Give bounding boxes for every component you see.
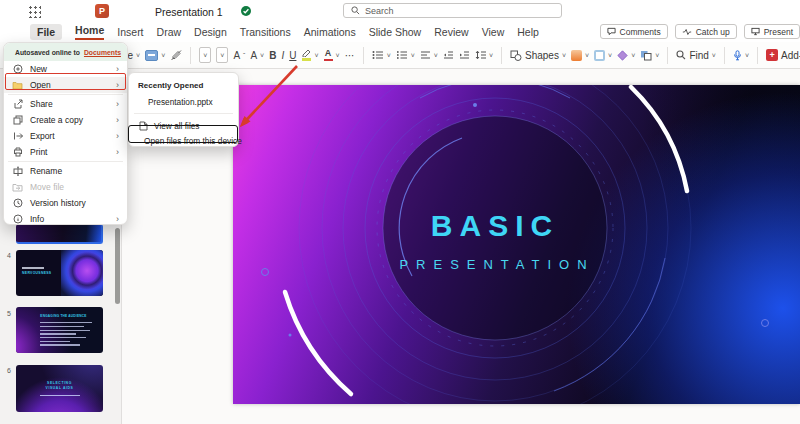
- tab-draw[interactable]: Draw: [157, 26, 182, 38]
- ribbon-divider: [190, 47, 191, 64]
- slide-6-thumbnail[interactable]: SELECTING VISUAL AIDS: [16, 365, 103, 412]
- find-button[interactable]: Find ˅: [676, 50, 716, 61]
- open-folder-icon: [12, 81, 23, 90]
- align-text-icon: [420, 50, 431, 60]
- bold-button[interactable]: B: [269, 50, 276, 61]
- document-title[interactable]: Presentation 1: [155, 6, 223, 18]
- tab-insert[interactable]: Insert: [117, 26, 143, 38]
- tab-file[interactable]: File: [30, 24, 62, 40]
- submenu-arrow-icon: ›: [116, 147, 119, 157]
- shape-fill-button[interactable]: ˅: [571, 50, 589, 61]
- highlight-button[interactable]: ˅: [301, 49, 318, 61]
- present-screen-icon: [751, 27, 760, 36]
- format-painter-button[interactable]: [170, 49, 182, 61]
- more-font-options-button[interactable]: ⋯: [345, 50, 355, 61]
- export-icon: [12, 131, 23, 141]
- view-all-files-item[interactable]: View all files: [129, 118, 238, 133]
- thumbnail-title: ENGAGING THE AUDIENCE: [40, 314, 86, 318]
- tab-slide-show[interactable]: Slide Show: [369, 26, 422, 38]
- increase-indent-icon: [459, 50, 470, 60]
- submenu-arrow-icon: ›: [116, 214, 119, 224]
- underline-button[interactable]: U: [289, 50, 296, 61]
- slide-subtitle-text[interactable]: PRESENTATION: [399, 257, 594, 272]
- numbering-button[interactable]: ˅: [396, 50, 415, 60]
- add-ins-button[interactable]: + Add-ins: [766, 49, 800, 61]
- new-icon: [12, 64, 23, 74]
- font-name-combobox[interactable]: ˅: [199, 47, 211, 63]
- bullets-button[interactable]: ˅: [372, 50, 391, 60]
- tab-animations[interactable]: Animations: [304, 26, 356, 38]
- catch-up-label: Catch up: [696, 27, 730, 37]
- ribbon-divider: [667, 47, 668, 64]
- slide-3-thumbnail-partial[interactable]: [16, 224, 103, 244]
- slide-5-thumbnail[interactable]: ENGAGING THE AUDIENCE: [16, 307, 103, 353]
- comments-button[interactable]: Comments: [600, 24, 668, 39]
- shape-outline-button[interactable]: ˅: [594, 50, 612, 61]
- file-menu-item-open[interactable]: Open ›: [4, 77, 127, 93]
- file-menu-item-export[interactable]: Export ›: [4, 128, 127, 144]
- file-menu-item-print[interactable]: Print ›: [4, 144, 127, 160]
- add-ins-label: Add-ins: [781, 50, 800, 61]
- recent-file-item[interactable]: Presentation.pptx: [129, 94, 238, 109]
- tab-home[interactable]: Home: [75, 24, 104, 40]
- align-button[interactable]: ˅: [420, 50, 438, 60]
- thumbnail-scrollbar[interactable]: [115, 228, 120, 304]
- font-size-combobox[interactable]: ˅: [216, 47, 228, 63]
- ribbon-divider: [501, 47, 502, 64]
- font-color-button[interactable]: A ˅: [324, 49, 340, 62]
- tab-design[interactable]: Design: [194, 26, 227, 38]
- catch-up-button[interactable]: Catch up: [675, 24, 737, 39]
- line-spacing-icon: [475, 50, 486, 60]
- tab-transitions[interactable]: Transitions: [240, 26, 291, 38]
- app-launcher-waffle-icon[interactable]: [28, 5, 41, 18]
- highlight-icon: [301, 49, 311, 61]
- shrink-font-button[interactable]: A˅: [250, 50, 264, 61]
- thumbnail-kicker-line: [22, 267, 44, 269]
- line-spacing-button[interactable]: ˅: [475, 50, 493, 60]
- thumbnail-title: NERVOUSNESS: [22, 271, 51, 275]
- shapes-button[interactable]: Shapes ˅: [510, 50, 566, 61]
- find-label: Find: [689, 50, 708, 61]
- grow-font-button[interactable]: Aˆ: [233, 50, 245, 61]
- search-input[interactable]: Search: [343, 3, 562, 18]
- autosave-documents-link[interactable]: Documents: [84, 49, 121, 56]
- submenu-arrow-icon: ›: [116, 80, 119, 90]
- file-menu-item-info[interactable]: Info ›: [4, 211, 127, 227]
- submenu-arrow-icon: ›: [116, 99, 119, 109]
- italic-icon: I: [281, 50, 284, 61]
- present-button[interactable]: Present: [744, 24, 800, 39]
- arrange-icon: [640, 50, 652, 61]
- current-slide[interactable]: BASIC PRESENTATION: [233, 85, 800, 404]
- catch-up-pulse-icon: [682, 28, 692, 36]
- shape-effects-button[interactable]: ˅: [617, 50, 635, 61]
- tab-review[interactable]: Review: [434, 26, 468, 38]
- decrease-indent-button[interactable]: [443, 50, 454, 60]
- rename-icon: [12, 166, 23, 176]
- tab-help[interactable]: Help: [517, 26, 539, 38]
- menu-divider: [8, 94, 123, 95]
- slide-title-text[interactable]: BASIC: [431, 209, 559, 243]
- ribbon-divider: [757, 47, 758, 64]
- layout-button[interactable]: ˅: [145, 50, 165, 61]
- dictate-button[interactable]: ˅: [733, 50, 749, 61]
- arrange-button[interactable]: ˅: [640, 50, 659, 61]
- menu-divider: [134, 113, 233, 114]
- powerpoint-app-icon[interactable]: P: [95, 4, 109, 18]
- slide-4-thumbnail[interactable]: NERVOUSNESS: [16, 250, 103, 296]
- file-menu-item-share[interactable]: Share ›: [4, 96, 127, 112]
- file-menu-item-version-history[interactable]: Version history: [4, 195, 127, 211]
- italic-button[interactable]: I: [281, 50, 284, 61]
- submenu-arrow-icon: ›: [116, 115, 119, 125]
- chevron-down-icon: ˅: [220, 52, 224, 59]
- open-files-from-device-item[interactable]: Open files from this device: [129, 133, 238, 148]
- format-painter-icon: [170, 49, 182, 61]
- grow-font-icon: A: [233, 50, 240, 61]
- numbered-list-icon: [396, 50, 408, 60]
- autosave-text: Autosaved online to: [15, 49, 80, 56]
- tab-view[interactable]: View: [482, 26, 505, 38]
- file-menu-item-create-a-copy[interactable]: Create a copy ›: [4, 112, 127, 128]
- file-menu-item-rename[interactable]: Rename: [4, 163, 127, 179]
- autosaved-check-icon: [240, 5, 252, 17]
- increase-indent-button[interactable]: [459, 50, 470, 60]
- file-menu-item-new[interactable]: New ›: [4, 61, 127, 77]
